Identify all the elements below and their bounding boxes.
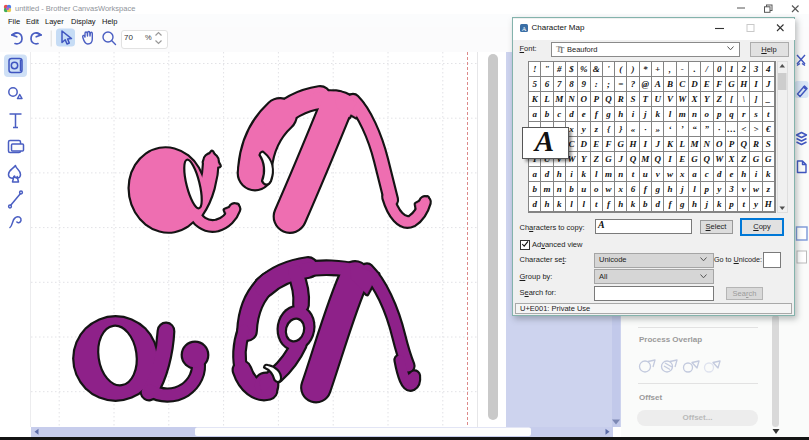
svg-text:A: A xyxy=(521,24,526,31)
svg-text:T: T xyxy=(559,46,565,53)
